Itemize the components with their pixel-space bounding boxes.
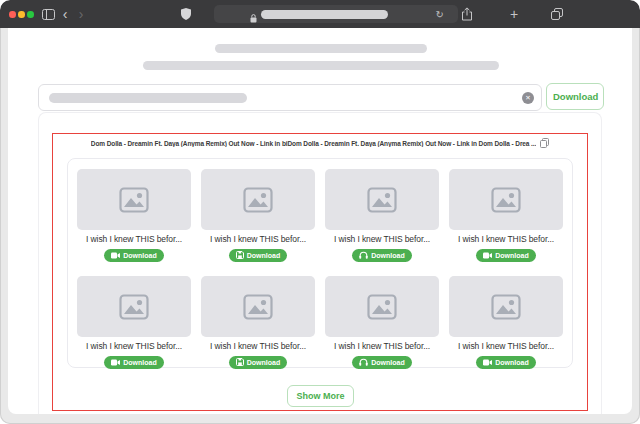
video-thumbnail-placeholder	[77, 169, 191, 230]
image-placeholder-icon	[243, 187, 273, 213]
image-placeholder-icon	[491, 187, 521, 213]
sidebar-toggle-icon[interactable]	[41, 0, 55, 28]
video-thumbnail-placeholder	[449, 169, 563, 230]
reload-icon[interactable]: ↻	[436, 5, 444, 23]
minimize-window-button[interactable]	[18, 11, 25, 18]
lock-icon	[250, 9, 257, 27]
forward-button-icon[interactable]: ›	[75, 0, 87, 28]
video-card-grid: I wish I knew THIS befor... Download I w…	[67, 158, 573, 368]
video-thumbnail-placeholder	[325, 276, 439, 337]
video-thumbnail-placeholder	[77, 276, 191, 337]
video-camera-icon	[483, 359, 492, 366]
image-placeholder-icon	[367, 294, 397, 320]
browser-window: ‹ › ↻ + ✕ Download Dom Dolla - Dream	[0, 0, 640, 424]
video-title: I wish I knew THIS befor...	[77, 234, 191, 245]
share-icon[interactable]	[460, 0, 473, 28]
clear-input-icon[interactable]: ✕	[522, 92, 534, 104]
save-icon	[236, 358, 244, 366]
video-title: I wish I knew THIS befor...	[325, 341, 439, 352]
input-text-redacted	[49, 93, 247, 103]
url-text-redacted	[261, 10, 388, 19]
traffic-lights	[9, 11, 34, 18]
video-card: I wish I knew THIS befor... Download	[201, 169, 315, 263]
subheading-skeleton-bar	[143, 61, 499, 70]
image-placeholder-icon	[243, 294, 273, 320]
new-tab-icon[interactable]: +	[507, 0, 521, 28]
card-download-button[interactable]: Download	[476, 249, 535, 262]
video-title: I wish I knew THIS befor...	[77, 341, 191, 352]
video-title: I wish I knew THIS befor...	[325, 234, 439, 245]
video-title: I wish I knew THIS befor...	[449, 341, 563, 352]
image-placeholder-icon	[119, 187, 149, 213]
card-download-label: Download	[123, 359, 156, 366]
card-download-label: Download	[247, 252, 280, 259]
video-thumbnail-placeholder	[201, 276, 315, 337]
close-window-button[interactable]	[9, 11, 16, 18]
heading-skeleton-bar	[215, 44, 427, 53]
copy-icon[interactable]	[540, 138, 549, 148]
card-download-label: Download	[123, 252, 156, 259]
card-download-label: Download	[371, 359, 404, 366]
card-download-button[interactable]: Download	[104, 356, 163, 369]
video-camera-icon	[111, 252, 120, 259]
show-more-button[interactable]: Show More	[287, 385, 354, 407]
card-download-label: Download	[495, 252, 528, 259]
card-download-button[interactable]: Download	[229, 356, 287, 369]
video-card: I wish I knew THIS befor... Download	[77, 169, 191, 263]
image-placeholder-icon	[119, 294, 149, 320]
video-card: I wish I knew THIS befor... Download	[77, 276, 191, 370]
card-download-button[interactable]: Download	[104, 249, 163, 262]
card-download-button[interactable]: Download	[352, 356, 411, 369]
video-title: I wish I knew THIS befor...	[201, 341, 315, 352]
headphones-icon	[359, 251, 368, 259]
video-thumbnail-placeholder	[201, 169, 315, 230]
video-thumbnail-placeholder	[325, 169, 439, 230]
back-button-icon[interactable]: ‹	[59, 0, 71, 28]
privacy-shield-icon[interactable]	[180, 0, 192, 28]
headphones-icon	[359, 358, 368, 366]
image-placeholder-icon	[491, 294, 521, 320]
tab-overview-icon[interactable]	[550, 0, 564, 28]
result-title-text: Dom Dolla - Dreamin Ft. Daya (Anyma Remi…	[91, 140, 536, 147]
card-download-button[interactable]: Download	[229, 249, 287, 262]
download-submit-button[interactable]: Download	[546, 83, 604, 110]
video-card: I wish I knew THIS befor... Download	[325, 276, 439, 370]
video-camera-icon	[483, 252, 492, 259]
card-download-label: Download	[495, 359, 528, 366]
card-download-button[interactable]: Download	[476, 356, 535, 369]
address-bar[interactable]: ↻	[214, 5, 458, 23]
video-card: I wish I knew THIS befor... Download	[449, 276, 563, 370]
video-camera-icon	[111, 359, 120, 366]
video-card: I wish I knew THIS befor... Download	[325, 169, 439, 263]
video-thumbnail-placeholder	[449, 276, 563, 337]
browser-titlebar: ‹ › ↻ +	[0, 0, 640, 28]
card-download-label: Download	[247, 359, 280, 366]
url-search-input[interactable]: ✕	[38, 84, 542, 111]
video-card: I wish I knew THIS befor... Download	[201, 276, 315, 370]
card-download-label: Download	[371, 252, 404, 259]
zoom-window-button[interactable]	[27, 11, 34, 18]
card-download-button[interactable]: Download	[352, 249, 411, 262]
video-title: I wish I knew THIS befor...	[449, 234, 563, 245]
save-icon	[236, 251, 244, 259]
result-title-row: Dom Dolla - Dreamin Ft. Daya (Anyma Remi…	[54, 137, 586, 149]
video-card: I wish I knew THIS befor... Download	[449, 169, 563, 263]
image-placeholder-icon	[367, 187, 397, 213]
video-title: I wish I knew THIS befor...	[201, 234, 315, 245]
